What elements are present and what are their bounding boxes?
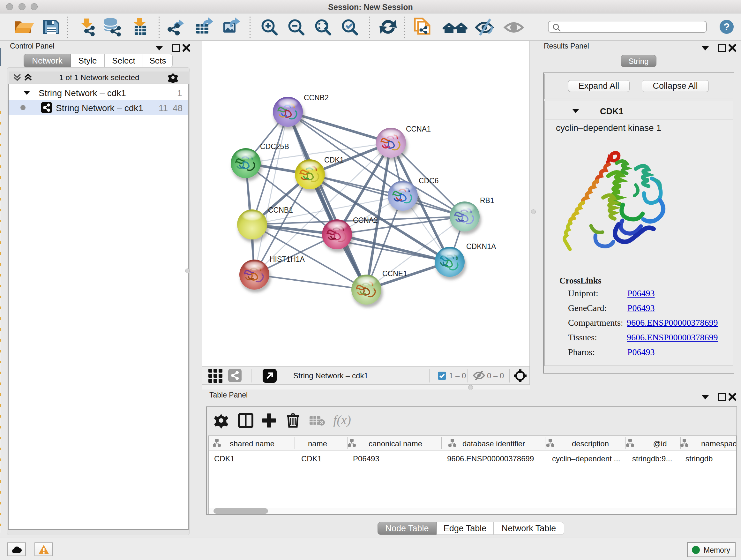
svg-text:CDC25B: CDC25B — [260, 142, 289, 151]
svg-text:RB1: RB1 — [480, 196, 494, 205]
svg-text:CDK1: CDK1 — [324, 156, 344, 164]
svg-text:database identifier: database identifier — [462, 439, 525, 448]
svg-text:CCNA1: CCNA1 — [406, 125, 431, 133]
svg-text:description: description — [572, 439, 609, 448]
svg-text:f(x): f(x) — [333, 413, 351, 427]
svg-text:name: name — [308, 439, 327, 448]
svg-text:HIST1H1A: HIST1H1A — [270, 255, 305, 263]
svg-text:@id: @id — [653, 439, 667, 448]
svg-text:CCNB1: CCNB1 — [268, 206, 293, 214]
svg-text:?: ? — [724, 21, 730, 33]
svg-text:CDKN1A: CDKN1A — [466, 242, 496, 251]
svg-text:shared name: shared name — [230, 439, 274, 448]
svg-text:CDC6: CDC6 — [419, 177, 439, 185]
svg-text:CCNB2: CCNB2 — [304, 94, 329, 102]
svg-text:CCNE1: CCNE1 — [382, 269, 407, 278]
svg-text:CCNA2: CCNA2 — [353, 216, 378, 225]
svg-text:canonical name: canonical name — [368, 439, 422, 448]
svg-text:namespace: namespace — [701, 439, 736, 448]
